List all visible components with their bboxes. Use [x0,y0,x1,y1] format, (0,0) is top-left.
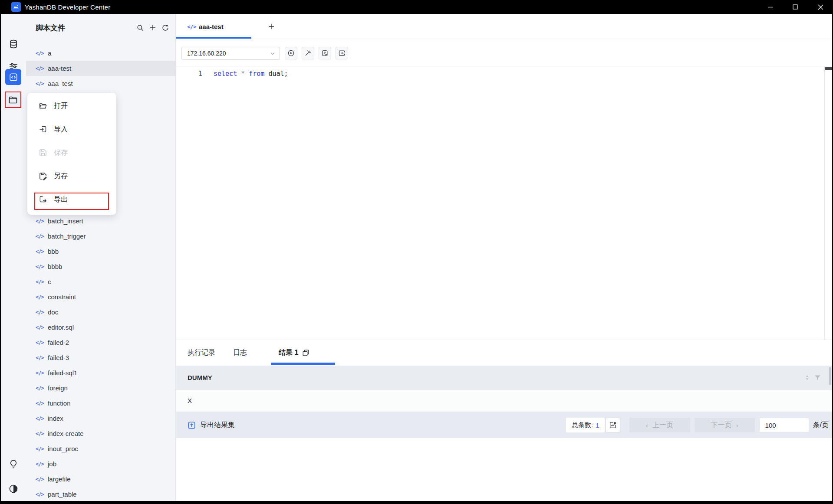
result-table-row[interactable]: X [176,389,832,412]
activity-bar [1,14,26,501]
file-item[interactable]: </> foreign [26,380,175,396]
file-item-label: bbb [48,248,59,255]
menu-item-save-as[interactable]: 另存 [27,164,116,188]
file-item[interactable]: </> failed-2 [26,335,175,350]
page-size-input[interactable] [759,418,809,432]
code-file-icon: </> [36,324,46,331]
code-file-icon: </> [36,416,46,422]
menu-item-import[interactable]: 导入 [27,118,116,141]
new-tab-button[interactable] [265,20,278,33]
connection-select[interactable]: 172.16.60.220 [181,47,280,60]
file-item[interactable]: </> aaa_test [26,76,175,91]
code-token: dual; [264,70,288,78]
file-item[interactable]: </> index-create [26,426,175,441]
search-icon[interactable] [136,24,144,32]
next-page-label: 下一页 [711,421,732,430]
code-square-icon[interactable] [5,69,21,85]
active-panel-tab-indicator [271,363,335,365]
editor-toolbar: 172.16.60.220 [176,39,832,66]
total-count-value[interactable]: 1 [596,422,599,429]
file-item-label: editor.sql [48,324,74,331]
menu-item-label: 另存 [54,172,68,181]
file-item[interactable]: </> inout_proc [26,441,175,456]
menu-item-open[interactable]: 打开 [27,94,116,118]
file-item[interactable]: </> batch_insert [26,213,175,229]
file-item-label: index-create [48,430,84,437]
file-item[interactable]: </> failed-3 [26,350,175,365]
file-item-label: foreign [48,384,68,392]
plus-icon[interactable] [149,24,157,32]
file-item[interactable]: </> doc [26,304,175,320]
tab-label: 执行记录 [188,348,215,357]
annotation-box-folder [5,92,21,108]
file-item[interactable]: </> function [26,396,175,411]
result-table-header: DUMMY [176,366,832,389]
database-icon[interactable] [8,39,19,49]
editor-scrollbar[interactable] [824,66,832,340]
header-tools [803,374,821,381]
sort-icon[interactable] [803,374,811,381]
file-item[interactable]: </> bbbb [26,259,175,274]
code-file-icon: </> [36,264,46,270]
minimize-button[interactable] [757,0,783,14]
window-title: YashanDB Developer Center [25,3,110,11]
run-button[interactable] [285,47,297,59]
refresh-icon[interactable] [161,24,169,32]
file-item[interactable]: </> batch_trigger [26,229,175,244]
open-folder-icon [39,101,47,110]
file-item[interactable]: </> editor.sql [26,320,175,335]
window-controls [757,0,833,14]
file-item[interactable]: </> c [26,274,175,289]
tab-execution-history[interactable]: 执行记录 [188,340,215,365]
file-item[interactable]: </> failed-sql1 [26,365,175,380]
file-item-label: failed-3 [48,354,69,361]
next-page-button[interactable]: 下一页 › [695,418,755,432]
grid-scrollbar-thumb[interactable] [829,367,831,385]
prev-page-button[interactable]: ‹ 上一页 [629,418,690,432]
file-item[interactable]: </> index [26,411,175,426]
contrast-icon[interactable] [8,484,19,494]
export-resultset-button[interactable]: 导出结果集 [187,421,235,430]
tab-log[interactable]: 日志 [233,340,247,365]
file-list-bottom: </> batch_insert </> batch_trigger </> b… [26,213,175,502]
tab-label: 日志 [233,348,247,357]
chevron-left-icon: ‹ [646,422,648,429]
file-item[interactable]: </> a [26,46,175,61]
main-area: </> aaa-test 172.16.60.220 [176,14,832,501]
maximize-button[interactable] [783,0,808,14]
plan-clipboard-button[interactable] [319,47,331,59]
menu-item-label: 导入 [54,125,68,134]
save-as-icon [39,172,47,180]
menu-item-export[interactable]: 导出 [27,188,116,211]
file-item[interactable]: </> part_table [26,487,175,502]
file-item[interactable]: </> largefile [26,471,175,487]
panel-title: 脚本文件 [36,23,65,33]
close-button[interactable] [808,0,833,14]
code-file-icon: </> [36,431,46,437]
tab-result-1[interactable]: 结果 1 [279,340,310,365]
file-item-label: failed-sql1 [48,369,77,376]
tab-aaa-test[interactable]: </> aaa-test [176,14,251,39]
file-item[interactable]: </> aaa-test [26,61,175,76]
file-item[interactable]: </> constraint [26,289,175,304]
file-item[interactable]: </> bbb [26,244,175,259]
box-left-arrow-button[interactable] [336,47,348,59]
save-floppy-icon [39,148,47,157]
file-item-label: constraint [48,293,76,301]
code-editor[interactable]: 1 select * from dual; [176,66,832,340]
filter-icon[interactable] [814,374,821,381]
code-file-icon: </> [36,355,46,361]
script-files-header: 脚本文件 [26,14,175,42]
file-item-label: c [48,278,51,285]
editor-scrollbar-thumb[interactable] [825,67,832,70]
file-item[interactable]: </> job [26,456,175,471]
export-resultset-label: 导出结果集 [200,421,235,430]
result-chart-button[interactable] [606,418,620,432]
detach-result-icon[interactable] [302,349,310,357]
export-arrow-icon [39,195,47,204]
file-item-label: inout_proc [48,445,78,452]
lightbulb-icon[interactable] [8,459,19,469]
file-item-label: function [48,399,71,407]
format-wand-button[interactable] [302,47,314,59]
folder-icon[interactable] [8,95,18,105]
